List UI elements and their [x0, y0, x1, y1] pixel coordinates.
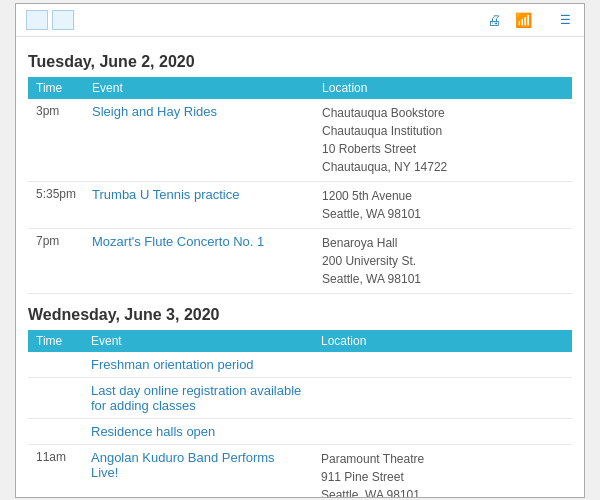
event-location: Chautauqua BookstoreChautauqua Instituti…: [314, 99, 572, 182]
content-area: Tuesday, June 2, 2020TimeEventLocation3p…: [16, 37, 584, 497]
event-location: Paramount Theatre911 Pine StreetSeattle,…: [313, 444, 572, 497]
table-row: 7pmMozart's Flute Concerto No. 1Benaroya…: [28, 228, 572, 293]
table-row: Residence halls open: [28, 418, 572, 444]
event-name-link[interactable]: Sleigh and Hay Rides: [92, 104, 217, 119]
event-location: [313, 418, 572, 444]
event-cell: Mozart's Flute Concerto No. 1: [84, 228, 314, 293]
event-time: 11am: [28, 444, 83, 497]
toolbar-actions: 🖨 📶 ☰: [487, 12, 574, 28]
event-name-link[interactable]: Mozart's Flute Concerto No. 1: [92, 234, 264, 249]
event-cell: Angolan Kuduro Band Performs Live!: [83, 444, 313, 497]
list-icon: ☰: [560, 13, 571, 27]
event-location: [313, 377, 572, 418]
col-header-time: Time: [28, 77, 84, 99]
prev-button[interactable]: [26, 10, 48, 30]
event-cell: Trumba U Tennis practice: [84, 181, 314, 228]
event-name-link[interactable]: Last day online registration available f…: [91, 383, 301, 413]
event-time: 7pm: [28, 228, 84, 293]
calendar-container: 🖨 📶 ☰ Tuesday, June 2, 2020TimeEventLoca…: [15, 3, 585, 498]
next-button[interactable]: [52, 10, 74, 30]
col-header-event: Event: [84, 77, 314, 99]
event-cell: Freshman orientation period: [83, 352, 313, 378]
table-row: Last day online registration available f…: [28, 377, 572, 418]
event-location: [313, 352, 572, 378]
day-heading-0: Tuesday, June 2, 2020: [28, 53, 572, 71]
event-time: [28, 418, 83, 444]
table-row: Freshman orientation period: [28, 352, 572, 378]
col-header-location: Location: [314, 77, 572, 99]
event-location: 1200 5th AvenueSeattle, WA 98101: [314, 181, 572, 228]
event-name-link[interactable]: Residence halls open: [91, 424, 215, 439]
event-time: [28, 377, 83, 418]
my-events-link[interactable]: ☰: [560, 13, 574, 27]
event-location: Benaroya Hall200 University St.Seattle, …: [314, 228, 572, 293]
col-header-event: Event: [83, 330, 313, 352]
event-cell: Sleigh and Hay Rides: [84, 99, 314, 182]
event-name-link[interactable]: Angolan Kuduro Band Performs Live!: [91, 450, 275, 480]
col-header-location: Location: [313, 330, 572, 352]
table-row: 3pmSleigh and Hay RidesChautauqua Bookst…: [28, 99, 572, 182]
event-name-link[interactable]: Trumba U Tennis practice: [92, 187, 239, 202]
bars-icon: 📶: [515, 12, 532, 28]
event-cell: Residence halls open: [83, 418, 313, 444]
event-time: 3pm: [28, 99, 84, 182]
table-row: 5:35pmTrumba U Tennis practice1200 5th A…: [28, 181, 572, 228]
toolbar-nav: [26, 10, 74, 30]
event-table-1: TimeEventLocationFreshman orientation pe…: [28, 330, 572, 497]
event-time: [28, 352, 83, 378]
table-row: 11amAngolan Kuduro Band Performs Live!Pa…: [28, 444, 572, 497]
print-icon[interactable]: 🖨: [487, 12, 501, 28]
event-time: 5:35pm: [28, 181, 84, 228]
event-name-link[interactable]: Freshman orientation period: [91, 357, 254, 372]
toolbar: 🖨 📶 ☰: [16, 4, 584, 37]
event-cell: Last day online registration available f…: [83, 377, 313, 418]
col-header-time: Time: [28, 330, 83, 352]
event-table-0: TimeEventLocation3pmSleigh and Hay Rides…: [28, 77, 572, 294]
day-heading-1: Wednesday, June 3, 2020: [28, 306, 572, 324]
